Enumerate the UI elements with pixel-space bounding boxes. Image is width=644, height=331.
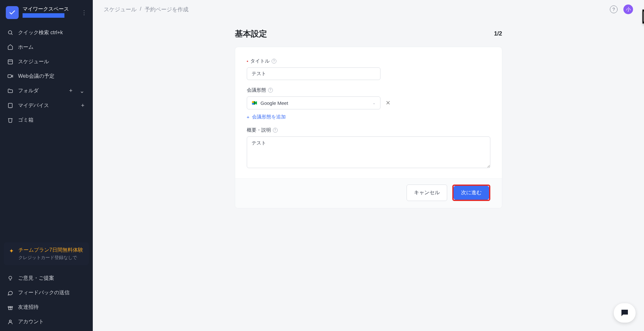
svg-rect-4	[8, 75, 12, 78]
svg-line-1	[11, 34, 12, 35]
form-card: • タイトル ? 会議形態 ?	[235, 47, 502, 208]
avatar[interactable]: 小	[623, 5, 633, 14]
add-device-icon[interactable]: +	[80, 102, 86, 109]
required-mark: •	[247, 58, 248, 64]
hint-icon[interactable]: ?	[272, 59, 276, 64]
trial-title: チームプラン7日間無料体験	[18, 247, 83, 254]
workspace-header[interactable]: マイワークスペース ⋮	[0, 0, 93, 24]
hint-icon[interactable]: ?	[268, 88, 273, 93]
sidebar-item-label: マイデバイス	[18, 102, 75, 109]
gift-icon	[7, 304, 14, 311]
add-meeting-button[interactable]: + 会議形態を追加	[247, 114, 286, 120]
chevron-down-icon[interactable]: ⌄	[78, 87, 86, 95]
sidebar-item-label: Web会議の予定	[18, 73, 54, 80]
page-title: 基本設定	[235, 28, 267, 39]
chat-widget-button[interactable]	[614, 303, 636, 323]
svg-rect-15	[252, 101, 254, 103]
search-icon	[7, 29, 14, 36]
folder-icon	[7, 88, 14, 94]
add-meeting-label: 会議形態を追加	[252, 114, 286, 120]
field-description: 概要・説明 ?	[247, 127, 490, 169]
cancel-button[interactable]: キャンセル	[407, 185, 447, 201]
meeting-type-label: 会議形態	[247, 87, 266, 93]
workspace-logo-icon	[6, 6, 19, 19]
google-meet-icon	[252, 100, 257, 106]
trial-subtitle: クレジットカード登録なしで	[18, 255, 83, 261]
sidebar-item-label: クイック検索 ctrl+k	[18, 29, 63, 36]
field-meeting-type: 会議形態 ? Google Meet ⌄	[247, 87, 490, 120]
page-step: 1/2	[494, 30, 502, 37]
sidebar-item-label: ホーム	[18, 44, 34, 51]
calendar-icon	[7, 58, 14, 65]
field-title: • タイトル ?	[247, 58, 490, 80]
remove-meeting-button[interactable]: ✕	[386, 99, 390, 106]
workspace-menu-icon[interactable]: ⋮	[81, 10, 87, 15]
sparkle-icon: ✦	[9, 247, 14, 255]
add-folder-icon[interactable]: +	[68, 87, 74, 94]
plus-icon: +	[247, 114, 250, 120]
breadcrumb-parent[interactable]: スケジュール	[104, 6, 137, 13]
sidebar-item-account[interactable]: アカウント	[0, 315, 93, 329]
sidebar-item-label: アカウント	[18, 318, 44, 325]
sidebar-item-label: ゴミ箱	[18, 117, 34, 124]
svg-marker-17	[255, 101, 257, 105]
sidebar-item-folders[interactable]: フォルダ + ⌄	[0, 84, 93, 98]
sidebar-item-web-meetings[interactable]: Web会議の予定	[0, 69, 93, 84]
help-icon[interactable]: ?	[610, 5, 618, 13]
breadcrumb: スケジュール / 予約ページを作成	[104, 6, 188, 13]
sidebar-item-label: スケジュール	[18, 58, 49, 65]
svg-point-0	[8, 31, 12, 34]
svg-rect-6	[8, 104, 12, 108]
video-icon	[7, 73, 14, 79]
nav-primary: クイック検索 ctrl+k ホーム スケジュール Web会議の予定 フォルダ +…	[0, 24, 93, 129]
sidebar-item-invite[interactable]: 友達招待	[0, 300, 93, 315]
workspace-title: マイワークスペース	[23, 6, 81, 13]
sidebar-item-label: 友達招待	[18, 304, 39, 311]
chat-icon	[7, 290, 14, 296]
next-button-highlight: 次に進む	[452, 185, 490, 201]
cursor-pointer-icon	[634, 19, 644, 37]
lightbulb-icon	[7, 275, 14, 282]
title-label: タイトル	[250, 58, 270, 64]
card-footer: キャンセル 次に進む	[235, 178, 502, 208]
svg-point-13	[9, 320, 11, 322]
user-icon	[7, 319, 14, 325]
sidebar-item-label: ご意見・ご提案	[18, 275, 54, 282]
chevron-down-icon: ⌄	[372, 101, 376, 105]
svg-rect-16	[252, 103, 254, 105]
device-icon	[7, 102, 14, 109]
home-icon	[7, 44, 14, 50]
svg-point-8	[9, 276, 12, 279]
sidebar-item-send-feedback[interactable]: フィードバックの送信	[0, 286, 93, 300]
topbar: スケジュール / 予約ページを作成 ? 小	[93, 0, 644, 19]
sidebar-item-trash[interactable]: ゴミ箱	[0, 113, 93, 127]
content: 基本設定 1/2 • タイトル ? 会議形態 ?	[93, 19, 644, 331]
svg-rect-2	[8, 60, 13, 64]
workspace-selection-highlight	[23, 13, 64, 18]
trash-icon	[7, 117, 14, 123]
chat-bubble-icon	[620, 308, 630, 318]
next-button[interactable]: 次に進む	[454, 186, 489, 200]
breadcrumb-sep: /	[140, 6, 141, 13]
sidebar-item-label: フィードバックの送信	[18, 289, 70, 296]
description-textarea[interactable]	[247, 136, 490, 168]
sidebar-item-label: フォルダ	[18, 87, 63, 94]
main: スケジュール / 予約ページを作成 ? 小 基本設定 1/2 • タイトル ?	[93, 0, 644, 331]
sidebar-item-quick-search[interactable]: クイック検索 ctrl+k	[0, 25, 93, 40]
sidebar-item-feedback[interactable]: ご意見・ご提案	[0, 271, 93, 286]
hint-icon[interactable]: ?	[273, 128, 278, 133]
sidebar-item-schedule[interactable]: スケジュール	[0, 55, 93, 69]
sidebar: マイワークスペース ⋮ クイック検索 ctrl+k ホーム スケジュール Web…	[0, 0, 93, 331]
meeting-type-value: Google Meet	[261, 100, 288, 106]
sidebar-item-my-devices[interactable]: マイデバイス +	[0, 98, 93, 113]
sidebar-item-home[interactable]: ホーム	[0, 40, 93, 55]
description-label: 概要・説明	[247, 127, 271, 133]
nav-footer: ご意見・ご提案 フィードバックの送信 友達招待 アカウント	[0, 269, 93, 331]
breadcrumb-current: 予約ページを作成	[145, 6, 188, 13]
trial-card[interactable]: ✦ チームプラン7日間無料体験 クレジットカード登録なしで	[4, 242, 89, 265]
title-input[interactable]	[247, 67, 381, 80]
meeting-type-select[interactable]: Google Meet ⌄	[247, 96, 381, 109]
